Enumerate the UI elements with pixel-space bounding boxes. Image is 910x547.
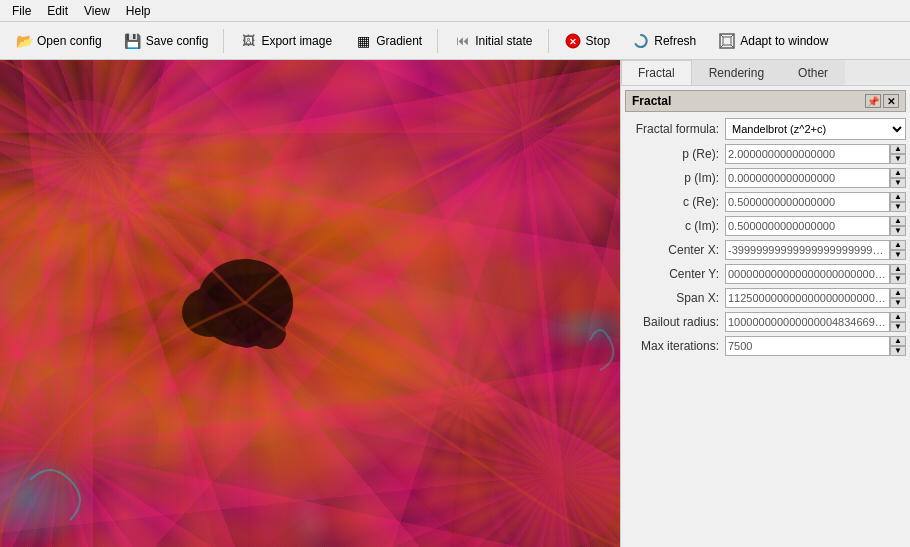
p-re-spinner: ▲ ▼: [890, 144, 906, 164]
export-icon: 🖼: [239, 32, 257, 50]
c-re-spinner: ▲ ▼: [890, 192, 906, 212]
bailout-radius-row: Bailout radius: ▲ ▼: [625, 312, 906, 332]
center-y-input[interactable]: [725, 264, 890, 284]
c-im-control: ▲ ▼: [725, 216, 906, 236]
panel-title-text: Fractal: [632, 94, 671, 108]
tab-fractal[interactable]: Fractal: [621, 60, 692, 85]
center-x-input[interactable]: [725, 240, 890, 260]
svg-point-9: [220, 322, 240, 338]
export-image-label: Export image: [261, 34, 332, 48]
p-re-control: ▲ ▼: [725, 144, 906, 164]
save-config-button[interactable]: 💾 Save config: [115, 27, 218, 55]
p-re-row: p (Re): ▲ ▼: [625, 144, 906, 164]
max-iterations-up[interactable]: ▲: [890, 336, 906, 346]
span-x-down[interactable]: ▼: [890, 298, 906, 308]
initial-state-button[interactable]: ⏮ Initial state: [444, 27, 541, 55]
c-im-spinner: ▲ ▼: [890, 216, 906, 236]
refresh-button[interactable]: Refresh: [623, 27, 705, 55]
fractal-canvas-area[interactable]: [0, 60, 620, 547]
toolbar: 📂 Open config 💾 Save config 🖼 Export ima…: [0, 22, 910, 60]
tabs: Fractal Rendering Other: [621, 60, 910, 86]
fractal-display: [0, 60, 620, 547]
panel-close-button[interactable]: ✕: [883, 94, 899, 108]
menu-file[interactable]: File: [4, 2, 39, 20]
c-re-input[interactable]: [725, 192, 890, 212]
p-re-input[interactable]: [725, 144, 890, 164]
c-re-control: ▲ ▼: [725, 192, 906, 212]
menu-help[interactable]: Help: [118, 2, 159, 20]
save-config-label: Save config: [146, 34, 209, 48]
p-re-up[interactable]: ▲: [890, 144, 906, 154]
p-im-row: p (Im): ▲ ▼: [625, 168, 906, 188]
max-iterations-row: Max iterations: ▲ ▼: [625, 336, 906, 356]
folder-open-icon: 📂: [15, 32, 33, 50]
menu-view[interactable]: View: [76, 2, 118, 20]
center-y-up[interactable]: ▲: [890, 264, 906, 274]
open-config-label: Open config: [37, 34, 102, 48]
bailout-radius-label: Bailout radius:: [625, 315, 725, 329]
gradient-button[interactable]: ▦ Gradient: [345, 27, 431, 55]
initial-state-icon: ⏮: [453, 32, 471, 50]
gradient-icon: ▦: [354, 32, 372, 50]
center-x-up[interactable]: ▲: [890, 240, 906, 250]
bailout-radius-up[interactable]: ▲: [890, 312, 906, 322]
center-x-label: Center X:: [625, 243, 725, 257]
tab-other[interactable]: Other: [781, 60, 845, 85]
main-content: Fractal Rendering Other Fractal 📌 ✕ Frac…: [0, 60, 910, 547]
c-re-down[interactable]: ▼: [890, 202, 906, 212]
center-y-down[interactable]: ▼: [890, 274, 906, 284]
p-im-spinner: ▲ ▼: [890, 168, 906, 188]
refresh-icon: [632, 32, 650, 50]
c-re-up[interactable]: ▲: [890, 192, 906, 202]
center-y-control: ▲ ▼: [725, 264, 906, 284]
c-im-label: c (Im):: [625, 219, 725, 233]
bailout-radius-down[interactable]: ▼: [890, 322, 906, 332]
svg-text:✕: ✕: [569, 37, 577, 47]
center-x-down[interactable]: ▼: [890, 250, 906, 260]
svg-rect-4: [723, 37, 731, 45]
open-config-button[interactable]: 📂 Open config: [6, 27, 111, 55]
max-iterations-input[interactable]: [725, 336, 890, 356]
span-x-row: Span X: ▲ ▼: [625, 288, 906, 308]
refresh-label: Refresh: [654, 34, 696, 48]
panel-pin-button[interactable]: 📌: [865, 94, 881, 108]
adapt-to-window-button[interactable]: Adapt to window: [709, 27, 837, 55]
adapt-to-window-label: Adapt to window: [740, 34, 828, 48]
c-re-label: c (Re):: [625, 195, 725, 209]
panel-title-buttons: 📌 ✕: [865, 94, 899, 108]
initial-state-label: Initial state: [475, 34, 532, 48]
p-im-up[interactable]: ▲: [890, 168, 906, 178]
fractal-formula-select[interactable]: Mandelbrot (z^2+c)Julia setBurning Ship: [725, 118, 906, 140]
bailout-radius-control: ▲ ▼: [725, 312, 906, 332]
max-iterations-control: ▲ ▼: [725, 336, 906, 356]
max-iterations-spinner: ▲ ▼: [890, 336, 906, 356]
center-y-spinner: ▲ ▼: [890, 264, 906, 284]
p-im-input[interactable]: [725, 168, 890, 188]
p-im-label: p (Im):: [625, 171, 725, 185]
menu-bar: File Edit View Help: [0, 0, 910, 22]
menu-edit[interactable]: Edit: [39, 2, 76, 20]
max-iterations-down[interactable]: ▼: [890, 346, 906, 356]
panel-title: Fractal 📌 ✕: [625, 90, 906, 112]
c-im-input[interactable]: [725, 216, 890, 236]
bailout-radius-spinner: ▲ ▼: [890, 312, 906, 332]
span-x-spinner: ▲ ▼: [890, 288, 906, 308]
c-im-down[interactable]: ▼: [890, 226, 906, 236]
c-im-up[interactable]: ▲: [890, 216, 906, 226]
center-x-row: Center X: ▲ ▼: [625, 240, 906, 260]
c-re-row: c (Re): ▲ ▼: [625, 192, 906, 212]
span-x-up[interactable]: ▲: [890, 288, 906, 298]
gradient-label: Gradient: [376, 34, 422, 48]
p-re-down[interactable]: ▼: [890, 154, 906, 164]
center-y-row: Center Y: ▲ ▼: [625, 264, 906, 284]
p-im-down[interactable]: ▼: [890, 178, 906, 188]
stop-button[interactable]: ✕ Stop: [555, 27, 620, 55]
export-image-button[interactable]: 🖼 Export image: [230, 27, 341, 55]
save-icon: 💾: [124, 32, 142, 50]
bailout-radius-input[interactable]: [725, 312, 890, 332]
separator-1: [223, 29, 224, 53]
fractal-formula-label: Fractal formula:: [625, 122, 725, 136]
span-x-input[interactable]: [725, 288, 890, 308]
tab-rendering[interactable]: Rendering: [692, 60, 781, 85]
adapt-icon: [718, 32, 736, 50]
